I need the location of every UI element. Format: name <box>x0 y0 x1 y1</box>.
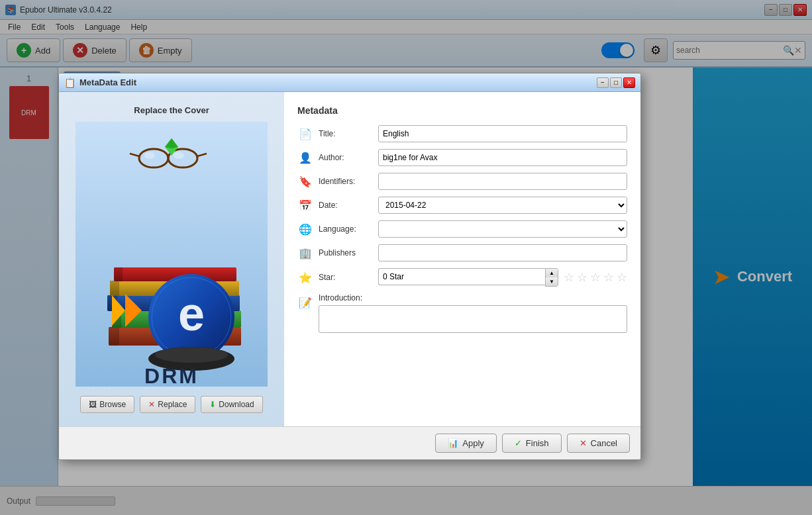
cancel-icon: ✕ <box>580 438 587 448</box>
star-1[interactable]: ☆ <box>564 270 574 285</box>
apply-label: Apply <box>462 438 484 448</box>
publishers-icon: 🏢 <box>297 245 313 261</box>
title-row: 📄 Title: <box>297 125 627 142</box>
cover-svg: e DRM <box>76 122 268 387</box>
identifiers-input[interactable] <box>378 173 627 190</box>
svg-point-6 <box>144 152 155 159</box>
title-field-label: Title: <box>319 129 378 138</box>
svg-rect-11 <box>109 327 119 346</box>
replace-label: Replace <box>158 400 187 409</box>
star-row: ⭐ Star: ▲ ▼ ☆ ☆ ☆ ☆ ☆ <box>297 268 627 287</box>
intro-icon: 📝 <box>297 295 313 310</box>
finish-icon: ✓ <box>515 438 522 448</box>
star-3[interactable]: ☆ <box>590 270 601 285</box>
apply-button[interactable]: 📊 Apply <box>435 434 497 453</box>
cover-panel: Replace the Cover <box>59 92 284 426</box>
star-4[interactable]: ☆ <box>603 270 614 285</box>
finish-label: Finish <box>526 438 549 448</box>
star-spinner: ▲ ▼ <box>378 268 558 287</box>
star-increment-button[interactable]: ▲ <box>546 269 558 277</box>
author-field-label: Author: <box>319 153 378 162</box>
introduction-row: 📝 Introduction: <box>297 293 627 333</box>
dialog-restore-button[interactable]: □ <box>610 77 622 88</box>
star-2[interactable]: ☆ <box>577 270 587 285</box>
date-select[interactable]: 2015-04-22 2015-01-01 2014-01-01 <box>378 197 627 214</box>
star-5[interactable]: ☆ <box>617 270 627 285</box>
cover-buttons: 🖼 Browse ✕ Replace ⬇ Download <box>80 396 262 413</box>
star-icon: ⭐ <box>297 269 313 285</box>
dialog-title: MetaData Edit <box>79 77 597 87</box>
metadata-dialog: 📋 MetaData Edit − □ ✕ Replace the Cover <box>58 73 641 460</box>
intro-field-label: Introduction: <box>319 293 627 303</box>
star-value-input[interactable] <box>378 268 545 285</box>
star-spinner-buttons: ▲ ▼ <box>545 268 558 287</box>
star-rating: ☆ ☆ ☆ ☆ ☆ <box>564 270 627 285</box>
svg-text:e: e <box>178 287 205 340</box>
title-icon: 📄 <box>297 126 313 142</box>
language-select[interactable]: English French German Spanish <box>378 220 627 238</box>
dialog-footer: 📊 Apply ✓ Finish ✕ Cancel <box>59 426 640 459</box>
modal-overlay: 📋 MetaData Edit − □ ✕ Replace the Cover <box>0 0 812 515</box>
identifiers-icon: 🔖 <box>297 173 313 189</box>
dialog-controls: − □ ✕ <box>597 77 635 88</box>
language-field-label: Language: <box>319 224 378 234</box>
author-input[interactable] <box>378 149 627 166</box>
author-icon: 👤 <box>297 150 313 165</box>
identifiers-field-label: Identifiers: <box>319 177 378 186</box>
metadata-title: Metadata <box>297 105 627 116</box>
cancel-button[interactable]: ✕ Cancel <box>567 434 630 453</box>
replace-icon: ✕ <box>148 400 155 409</box>
introduction-textarea[interactable] <box>319 305 627 333</box>
language-row: 🌐 Language: English French German Spanis… <box>297 220 627 238</box>
date-field-label: Date: <box>319 201 378 210</box>
publishers-field-label: Publishers <box>319 248 378 258</box>
identifiers-row: 🔖 Identifiers: <box>297 173 627 190</box>
finish-button[interactable]: ✓ Finish <box>502 434 562 453</box>
dialog-close-button[interactable]: ✕ <box>623 77 635 88</box>
svg-rect-19 <box>114 267 123 281</box>
browse-icon: 🖼 <box>89 400 97 409</box>
cancel-label: Cancel <box>591 438 617 448</box>
dialog-title-icon: 📋 <box>64 77 76 88</box>
cover-label: Replace the Cover <box>134 105 209 115</box>
download-label: Download <box>219 400 254 409</box>
replace-button[interactable]: ✕ Replace <box>140 396 195 413</box>
star-decrement-button[interactable]: ▼ <box>546 277 558 286</box>
download-button[interactable]: ⬇ Download <box>201 396 262 413</box>
cover-image: e DRM <box>76 122 268 387</box>
metadata-panel: Metadata 📄 Title: 👤 Author: 🔖 Identifier <box>284 92 640 426</box>
dialog-minimize-button[interactable]: − <box>597 77 609 88</box>
dialog-title-bar: 📋 MetaData Edit − □ ✕ <box>59 73 640 92</box>
publishers-row: 🏢 Publishers <box>297 244 627 261</box>
svg-point-26 <box>155 347 228 363</box>
title-input[interactable] <box>378 125 627 142</box>
date-row: 📅 Date: 2015-04-22 2015-01-01 2014-01-01 <box>297 197 627 214</box>
publishers-input[interactable] <box>378 244 627 261</box>
svg-text:DRM: DRM <box>144 364 199 387</box>
svg-point-7 <box>174 152 184 159</box>
dialog-body: Replace the Cover <box>59 92 640 426</box>
date-icon: 📅 <box>297 197 313 213</box>
download-icon: ⬇ <box>209 400 216 409</box>
intro-container: Introduction: <box>319 293 627 333</box>
apply-icon: 📊 <box>448 438 458 448</box>
browse-button[interactable]: 🖼 Browse <box>80 396 134 413</box>
browse-label: Browse <box>99 400 126 409</box>
svg-rect-17 <box>110 281 119 296</box>
star-field-label: Star: <box>319 273 378 282</box>
language-icon: 🌐 <box>297 221 313 237</box>
author-row: 👤 Author: <box>297 149 627 166</box>
